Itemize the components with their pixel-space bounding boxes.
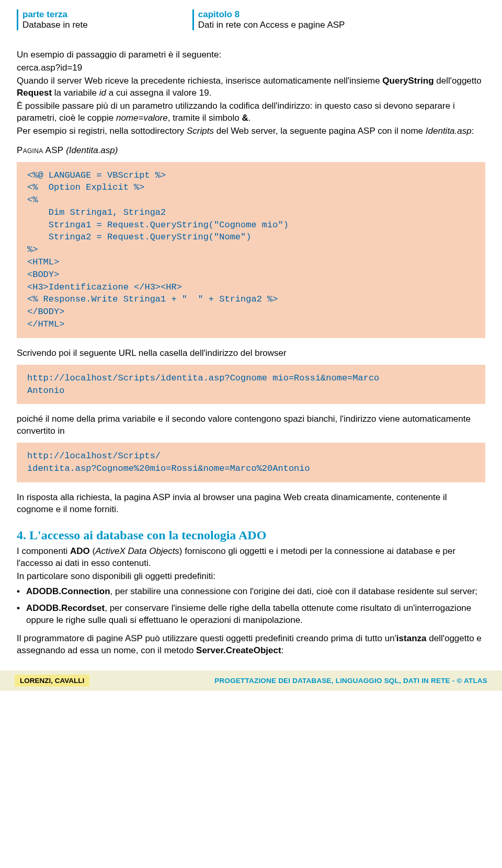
paragraph-createobject: Il programmatore di pagine ASP può utili…	[17, 633, 485, 657]
term-connection: ADODB.Connection	[26, 586, 110, 596]
term-ado: ADO	[70, 546, 90, 556]
code-block-identita: <%@ LANGUAGE = VBScript %> <% Option Exp…	[17, 162, 485, 338]
section-title-ado: 4. L'accesso ai database con la tecnolog…	[17, 528, 485, 542]
footer-authors: LORENZI, CAVALLI	[15, 675, 89, 687]
code-block-url-encoded: http://localhost/Scripts/ identita.asp?C…	[17, 443, 485, 482]
term-identita: Identita.asp	[426, 126, 472, 136]
objects-list: ADODB.Connection, per stabilire una conn…	[17, 586, 485, 627]
page-footer: LORENZI, CAVALLI PROGETTAZIONE DEI DATAB…	[0, 670, 502, 691]
code-block-url-raw: http://localhost/Scripts/identita.asp?Co…	[17, 365, 485, 404]
symbol-amp: &	[242, 113, 248, 123]
text: (	[90, 546, 95, 556]
paragraph-response: In risposta alla richiesta, la pagina AS…	[17, 492, 485, 516]
footer-book-title: PROGETTAZIONE DEI DATABASE, LINGUAGGIO S…	[214, 677, 487, 685]
term-nome-valore: nome=valore	[116, 113, 168, 123]
term-istanza: istanza	[396, 633, 427, 643]
code-label: Pagina ASP (Identita.asp)	[17, 145, 485, 157]
text: Per esempio si registri, nella sottodire…	[17, 126, 187, 136]
term-scripts: Scripts	[187, 126, 214, 136]
text: I componenti	[17, 546, 70, 556]
label-pagina-asp: Pagina ASP	[17, 145, 63, 155]
header-right-title: capitolo 8	[198, 9, 345, 20]
header-left-sub: Database in rete	[22, 20, 88, 30]
header-left-title: parte terza	[22, 9, 88, 20]
label-filename: (Identita.asp)	[63, 145, 118, 155]
paragraph-example-intro: Per esempio si registri, nella sottodire…	[17, 125, 485, 137]
text: :	[472, 126, 474, 136]
header-right-sub: Dati in rete con Access e pagine ASP	[198, 20, 345, 30]
text: , per stabilire una connessione con l'or…	[110, 586, 478, 596]
text: :	[281, 645, 284, 655]
paragraph-multi-param: È possibile passare più di un parametro …	[17, 100, 485, 124]
text: dell'oggetto	[434, 76, 482, 86]
text: .	[248, 113, 251, 123]
example-url: cerca.asp?id=19	[17, 62, 485, 74]
text: la variabile	[52, 88, 99, 98]
paragraph-url-intro: Scrivendo poi il seguente URL nella case…	[17, 348, 485, 360]
header-right: capitolo 8 Dati in rete con Access e pag…	[192, 9, 345, 30]
page-header: parte terza Database in rete capitolo 8 …	[17, 9, 485, 30]
term-querystring: QueryString	[382, 76, 433, 86]
intro-line: Un esempio di passaggio di parametri è i…	[17, 49, 485, 61]
paragraph-objects-intro: In particolare sono disponibili gli ogge…	[17, 571, 485, 583]
paragraph-ado-intro: I componenti ADO (ActiveX Data Objects) …	[17, 546, 485, 570]
text: a cui assegna il valore 19.	[106, 88, 211, 98]
header-left: parte terza Database in rete	[17, 9, 88, 30]
text: del Web server, la seguente pagina ASP c…	[214, 126, 426, 136]
paragraph-encoding: poiché il nome della prima variabile e i…	[17, 413, 485, 437]
list-item: ADODB.Connection, per stabilire una conn…	[17, 586, 485, 598]
term-recordset: ADODB.Recordset	[26, 603, 105, 613]
text: Quando il server Web riceve la precedent…	[17, 76, 382, 86]
text: , tramite il simbolo	[168, 113, 242, 123]
text: Il programmatore di pagine ASP può utili…	[17, 633, 396, 643]
term-id: id	[99, 88, 106, 98]
term-createobject: Server.CreateObject	[196, 645, 281, 655]
list-item: ADODB.Recordset, per conservare l'insiem…	[17, 603, 485, 627]
term-ado-full: ActiveX Data Objects	[95, 546, 179, 556]
paragraph-querystring: Quando il server Web riceve la precedent…	[17, 75, 485, 99]
term-request: Request	[17, 88, 52, 98]
